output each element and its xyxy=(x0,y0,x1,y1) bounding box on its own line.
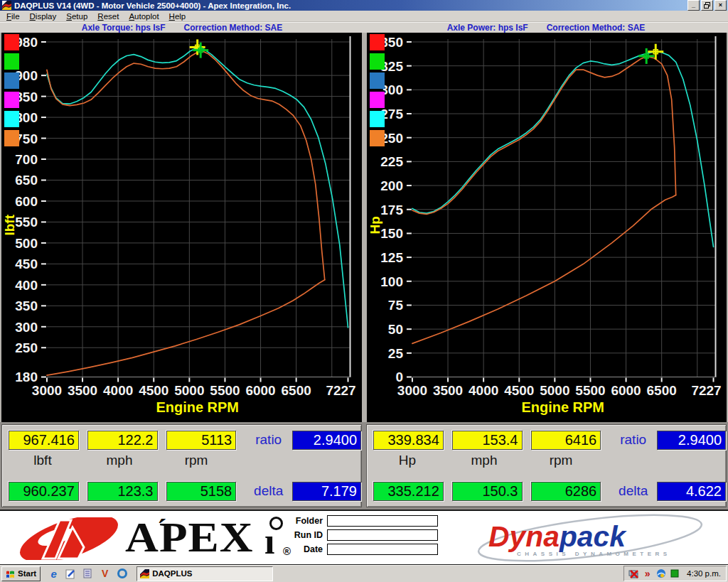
delta-value: 7.179 xyxy=(292,482,361,501)
svg-text:980: 980 xyxy=(15,35,38,50)
daqplus-task-button[interactable]: DAQPLUS xyxy=(136,566,273,581)
svg-text:150: 150 xyxy=(380,227,403,242)
compose-icon[interactable] xyxy=(65,568,77,580)
unit-mph: mph xyxy=(450,453,518,468)
restore-icon xyxy=(704,2,710,9)
torque-run2-value: 960.237 xyxy=(9,482,79,501)
svg-text:Engine RPM: Engine RPM xyxy=(156,400,239,416)
title-bar: DAQPLUS V14 (4WD - Motor Vehicle 2500+40… xyxy=(0,0,728,11)
date-label: Date xyxy=(287,544,323,554)
svg-text:4000: 4000 xyxy=(103,384,133,399)
power-chart[interactable]: 3503253002752502252001751501251007550250… xyxy=(367,33,727,421)
rpm-run2-value: 5158 xyxy=(166,482,237,501)
status-square-icon[interactable] xyxy=(669,568,680,579)
svg-text:800: 800 xyxy=(15,110,38,125)
svg-text:600: 600 xyxy=(15,194,38,209)
svg-text:3000: 3000 xyxy=(32,384,62,399)
svg-text:6000: 6000 xyxy=(245,384,275,399)
folder-input[interactable] xyxy=(327,515,438,527)
minimize-button[interactable]: _ xyxy=(687,0,700,11)
torque-chart[interactable]: 9809008508007507006506005505004504003503… xyxy=(1,33,362,421)
dynapack-dyna: Dyna xyxy=(488,521,560,552)
mph-run2-value: 123.3 xyxy=(87,482,158,501)
taskbar: Start e V DAQPLUS xyxy=(0,565,728,582)
svg-text:750: 750 xyxy=(15,131,38,146)
torque-header: Axle Torque: hps IsF Correction Method: … xyxy=(0,22,364,33)
mph-run2-value: 150.3 xyxy=(452,482,523,501)
apex-emblem-icon xyxy=(16,517,122,560)
document-icon[interactable] xyxy=(82,568,94,580)
power-correction-label: Correction Method: SAE xyxy=(547,23,646,33)
media-v-icon[interactable]: V xyxy=(99,568,111,580)
svg-text:4000: 4000 xyxy=(469,384,498,399)
svg-text:3000: 3000 xyxy=(397,384,427,399)
svg-text:400: 400 xyxy=(15,278,38,293)
run-id-input[interactable] xyxy=(327,529,438,541)
ratio-value: 2.9400 xyxy=(292,431,361,450)
svg-text:900: 900 xyxy=(15,68,38,83)
restore-button[interactable] xyxy=(701,0,713,11)
dynapack-pack: pack xyxy=(560,521,626,552)
menu-display[interactable]: Display xyxy=(25,12,62,21)
app-icon xyxy=(2,1,11,10)
power-header-title: Axle Power: hps IsF xyxy=(447,23,528,33)
svg-text:550: 550 xyxy=(15,215,38,230)
svg-text:250: 250 xyxy=(15,340,38,355)
run-info-form: Folder Run ID Date xyxy=(287,515,438,558)
power-readout-panel: 339.834 153.4 6416 ratio 2.9400 Hp mph r… xyxy=(366,424,727,507)
unit-mph: mph xyxy=(85,453,154,468)
torque-readout-panel: 967.416 122.2 5113 ratio 2.9400 lbft mph… xyxy=(1,424,362,507)
torque-run1-value: 967.416 xyxy=(9,431,79,450)
svg-text:300: 300 xyxy=(15,320,38,335)
folder-label: Folder xyxy=(287,516,323,526)
svg-text:450: 450 xyxy=(15,257,38,272)
svg-text:5500: 5500 xyxy=(210,384,240,399)
mph-run1-value: 153.4 xyxy=(452,431,523,450)
task-button-label: DAQPLUS xyxy=(152,569,192,578)
svg-text:6500: 6500 xyxy=(282,384,311,399)
date-input[interactable] xyxy=(327,544,438,555)
mph-run1-value: 122.2 xyxy=(87,431,158,450)
delta-label: delta xyxy=(245,483,292,499)
close-button[interactable]: × xyxy=(714,0,727,11)
menu-help[interactable]: Help xyxy=(164,12,191,21)
menu-reset[interactable]: Reset xyxy=(92,12,124,21)
apex-logo-text: APEX xyxy=(125,511,254,564)
svg-text:5500: 5500 xyxy=(575,384,605,399)
power-header: Axle Power: hps IsF Correction Method: S… xyxy=(364,22,728,33)
svg-text:75: 75 xyxy=(387,298,403,313)
window-title: DAQPLUS V14 (4WD - Motor Vehicle 2500+40… xyxy=(14,1,686,10)
svg-text:3500: 3500 xyxy=(68,384,97,399)
delta-value: 4.622 xyxy=(657,482,726,501)
menu-autoplot[interactable]: Autoplot xyxy=(124,12,164,21)
svg-text:4500: 4500 xyxy=(139,384,168,399)
ie-icon[interactable]: e xyxy=(48,568,60,580)
ratio-label: ratio xyxy=(609,432,657,448)
unit-hp: Hp xyxy=(373,453,441,468)
svg-text:650: 650 xyxy=(15,173,38,188)
svg-text:250: 250 xyxy=(380,131,403,146)
svg-text:325: 325 xyxy=(380,59,403,74)
menu-file[interactable]: File xyxy=(1,12,25,21)
network-error-icon[interactable] xyxy=(628,568,639,579)
menu-bar: FileDisplaySetupResetAutoplotHelp xyxy=(0,11,728,21)
start-button[interactable]: Start xyxy=(1,566,41,581)
power-chart-plot[interactable]: 3503253002752502252001751501251007550250… xyxy=(367,33,727,421)
svg-text:5000: 5000 xyxy=(174,384,204,399)
charts-row: 9809008508007507006506005505004504003503… xyxy=(0,33,728,421)
power-run1-value: 339.834 xyxy=(373,431,444,450)
update-globe-icon[interactable] xyxy=(655,568,666,579)
svg-text:500: 500 xyxy=(15,236,38,251)
logo-strip: APEX ´ ı ® Folder Run ID Date Dynapack xyxy=(0,510,728,565)
svg-text:225: 225 xyxy=(380,155,403,170)
readouts-row: 967.416 122.2 5113 ratio 2.9400 lbft mph… xyxy=(0,422,728,510)
menu-setup[interactable]: Setup xyxy=(61,12,92,21)
delta-label: delta xyxy=(609,483,657,499)
power-run2-value: 335.212 xyxy=(373,482,444,501)
fast-forward-icon[interactable]: » xyxy=(642,568,653,579)
rpm-run2-value: 6286 xyxy=(531,482,601,501)
torque-chart-plot[interactable]: 9809008508007507006506005505004504003503… xyxy=(1,33,362,421)
chart-header-strip: Axle Torque: hps IsF Correction Method: … xyxy=(0,22,728,33)
svg-text:5000: 5000 xyxy=(540,384,569,399)
messenger-icon[interactable] xyxy=(116,568,128,580)
